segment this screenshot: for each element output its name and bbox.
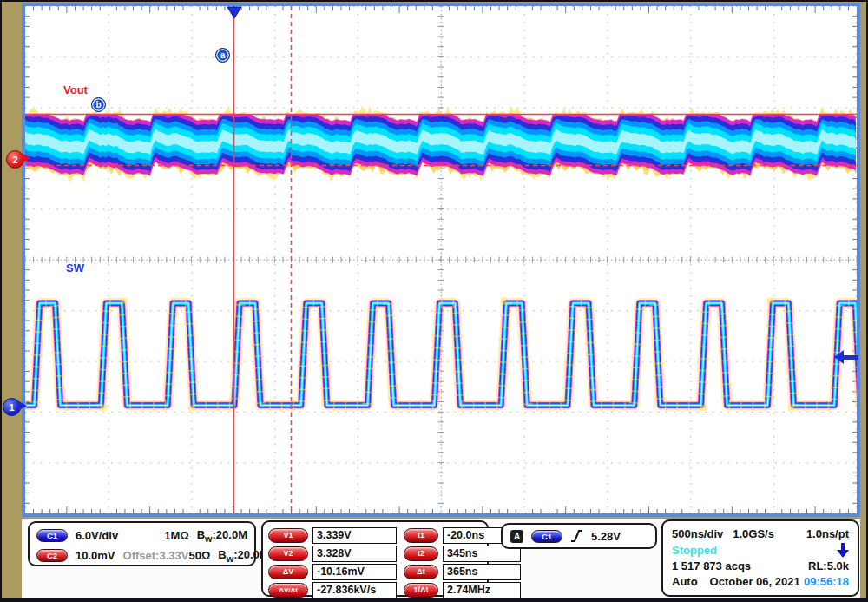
- invdt-badge: 1/Δt: [404, 583, 438, 598]
- ch2-offset: Offset:3.33V: [123, 549, 189, 562]
- acquisition-status: Stopped: [672, 544, 717, 557]
- channel-2-marker-arrow: [23, 154, 30, 162]
- vout-ripple-trace: [25, 107, 856, 183]
- arrow-down-icon[interactable]: [837, 543, 849, 558]
- trigger-position-marker[interactable]: [227, 7, 241, 18]
- acquisition-count: 1 517 873 acqs: [672, 559, 751, 572]
- t1-badge: t1: [404, 528, 438, 543]
- waveform-display: [25, 6, 857, 513]
- vout-trace-label: Vout: [63, 83, 88, 96]
- ch1-scale: 6.0V/div: [76, 529, 118, 542]
- sw-trace-label: SW: [66, 261, 84, 275]
- record-length: RL:5.0k: [808, 559, 849, 572]
- invdt-value: 2.74MHz: [443, 582, 521, 599]
- time-label: 09:56:18: [804, 575, 849, 588]
- timebase-value: 500ns/div: [672, 527, 723, 540]
- readout-bar: C1 6.0V/div 1MΩ BW:20.0M C2 10.0mV Offse…: [22, 519, 860, 598]
- dvdt-badge: ΔV/Δt: [268, 583, 308, 598]
- channel-1-marker[interactable]: 1: [3, 398, 21, 416]
- horizontal-acquisition-panel: 500ns/div 1.0GS/s 1.0ns/pt Stopped 1 517…: [661, 519, 859, 597]
- trigger-mode-badge: A: [510, 530, 523, 543]
- channel-1-marker-arrow: [19, 401, 27, 410]
- trigger-source-badge: C1: [531, 530, 562, 543]
- graticule-grid: [25, 6, 857, 513]
- dv-value: -10.16mV: [312, 564, 397, 580]
- dt-badge: Δt: [404, 565, 438, 579]
- channel-2-badge[interactable]: C2: [36, 549, 68, 562]
- dv-badge: ΔV: [268, 565, 308, 579]
- rising-edge-icon: [570, 528, 583, 544]
- date-label: October 06, 2021: [710, 575, 800, 588]
- v2-badge: V2: [268, 546, 308, 561]
- voltage-cursor-column: V13.339V V23.328V ΔV-10.16mV ΔV/Δt-27.83…: [268, 526, 397, 599]
- sample-rate-value: 1.0GS/s: [733, 527, 774, 540]
- channel-settings-panel[interactable]: C1 6.0V/div 1MΩ BW:20.0M C2 10.0mV Offse…: [28, 521, 256, 566]
- oscilloscope-screen: Vout SW a b 2 1 C1 6.0V/div 1MΩ BW:20.0M…: [0, 0, 868, 602]
- cursor-readout-panel: V13.339V V23.328V ΔV-10.16mV ΔV/Δt-27.83…: [261, 520, 489, 597]
- cursor-b-handle[interactable]: b: [91, 97, 106, 112]
- cursor-a-handle[interactable]: a: [215, 48, 230, 63]
- trigger-level-arrow[interactable]: [834, 350, 860, 365]
- trigger-level-value: 5.28V: [591, 530, 621, 543]
- graticule-display: [22, 3, 860, 517]
- resolution-value: 1.0ns/pt: [806, 527, 849, 540]
- dvdt-value: -27.836kV/s: [312, 582, 397, 599]
- t2-badge: t2: [404, 546, 438, 561]
- channel-1-badge[interactable]: C1: [36, 529, 68, 542]
- ch1-bandwidth: BW:20.0M: [197, 528, 247, 544]
- ch1-impedance: 1MΩ: [164, 529, 188, 542]
- v1-value: 3.339V: [312, 527, 397, 544]
- trigger-panel[interactable]: A C1 5.28V: [501, 523, 657, 549]
- channel-2-marker[interactable]: 2: [6, 150, 24, 169]
- ch2-impedance: 50Ω: [188, 549, 210, 562]
- trigger-level-arrow-stem: [843, 355, 858, 360]
- ch2-scale: 10.0mV: [76, 549, 115, 562]
- v2-value: 3.328V: [312, 546, 397, 562]
- dt-value: 365ns: [443, 564, 521, 580]
- trigger-mode-label: Auto: [672, 575, 698, 588]
- v1-badge: V1: [268, 528, 308, 543]
